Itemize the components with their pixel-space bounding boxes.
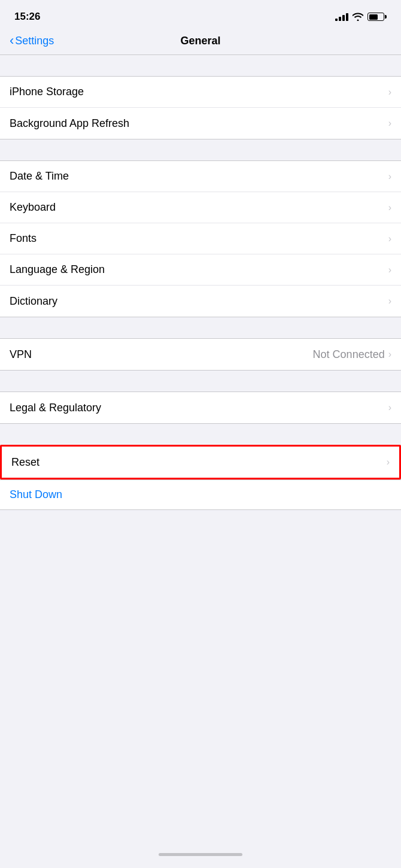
wifi-icon [353,13,363,21]
vpn-value: Not Connected [313,348,385,361]
fonts-label: Fonts [10,232,37,245]
settings-content: iPhone Storage › Background App Refresh … [0,55,401,841]
row-right: › [387,457,390,468]
section-gap-5 [0,424,401,445]
row-left: Language & Region [10,263,388,276]
battery-icon [367,13,387,21]
status-time: 15:26 [14,11,40,23]
row-right: › [388,202,391,213]
storage-refresh-group: iPhone Storage › Background App Refresh … [0,76,401,139]
row-left: Date & Time [10,170,388,183]
chevron-right-icon: › [388,171,391,182]
row-left: Background App Refresh [10,117,388,130]
signal-bars-icon [335,13,348,21]
background-app-refresh-label: Background App Refresh [10,117,129,130]
row-right: › [388,118,391,129]
dictionary-row[interactable]: Dictionary › [0,286,401,317]
shutdown-row[interactable]: Shut Down [0,479,401,510]
row-left: Dictionary [10,295,388,308]
nav-bar: ‹ Settings General [0,30,401,55]
keyboard-row[interactable]: Keyboard › [0,192,401,223]
row-right: › [388,402,391,413]
chevron-right-icon: › [388,87,391,98]
legal-regulatory-row[interactable]: Legal & Regulatory › [0,392,401,423]
back-button[interactable]: ‹ Settings [10,35,54,47]
keyboard-label: Keyboard [10,201,56,214]
reset-row-highlight: Reset › [0,445,401,479]
section-gap-2 [0,139,401,160]
chevron-right-icon: › [387,457,390,468]
chevron-right-icon: › [388,265,391,275]
row-left: VPN [10,348,313,361]
row-left: Keyboard [10,201,388,214]
status-icons [335,13,387,21]
fonts-row[interactable]: Fonts › [0,223,401,254]
chevron-right-icon: › [388,233,391,244]
chevron-right-icon: › [388,349,391,360]
reset-row[interactable]: Reset › [2,447,399,478]
home-bar [159,853,242,856]
row-right: › [388,296,391,306]
row-left: Fonts [10,232,388,245]
vpn-label: VPN [10,348,32,361]
bottom-area [0,841,401,868]
section-gap-4 [0,371,401,391]
datetime-group: Date & Time › Keyboard › Fonts › [0,160,401,317]
row-left: iPhone Storage [10,86,388,98]
row-right: › [388,265,391,275]
page-title: General [180,35,220,47]
vpn-group: VPN Not Connected › [0,338,401,371]
row-right: › [388,233,391,244]
language-region-label: Language & Region [10,263,105,276]
legal-regulatory-label: Legal & Regulatory [10,402,101,414]
row-right: › [388,87,391,98]
home-indicator [0,841,401,862]
row-left: Legal & Regulatory [10,402,388,414]
row-right: Not Connected › [313,348,391,361]
vpn-row[interactable]: VPN Not Connected › [0,339,401,370]
back-label: Settings [15,35,54,47]
row-right: › [388,171,391,182]
chevron-right-icon: › [388,202,391,213]
legal-group: Legal & Regulatory › [0,391,401,424]
section-gap-1 [0,55,401,76]
chevron-right-icon: › [388,118,391,129]
chevron-right-icon: › [388,402,391,413]
date-time-label: Date & Time [10,170,69,183]
section-gap-3 [0,317,401,338]
language-region-row[interactable]: Language & Region › [0,254,401,286]
shutdown-label[interactable]: Shut Down [10,488,62,500]
chevron-right-icon: › [388,296,391,306]
iphone-storage-row[interactable]: iPhone Storage › [0,77,401,108]
reset-label: Reset [11,456,40,469]
page-wrapper: 15:26 ‹ Settings [0,0,401,868]
date-time-row[interactable]: Date & Time › [0,161,401,192]
section-gap-bottom [0,510,401,531]
back-chevron-icon: ‹ [10,34,14,47]
background-app-refresh-row[interactable]: Background App Refresh › [0,108,401,139]
iphone-storage-label: iPhone Storage [10,86,84,98]
status-bar: 15:26 [0,0,401,30]
row-left: Reset [11,456,387,469]
dictionary-label: Dictionary [10,295,57,308]
